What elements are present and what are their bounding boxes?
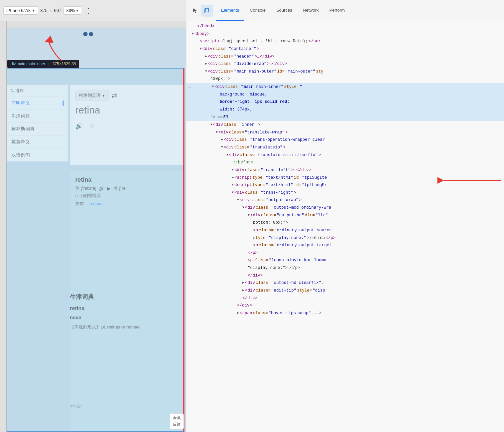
code-line-inner[interactable]: ▼ <div class="inner" > [186, 121, 504, 129]
red-arrow-up [37, 34, 70, 64]
zoom-dropdown-icon: ▼ [76, 9, 79, 12]
code-line-output-bd[interactable]: ▼ <div class="output-bd" dir="ltr" [186, 212, 504, 219]
code-line-div-close-1: </div> [186, 272, 504, 280]
code-line-translate-wrap[interactable]: ▼ <div class="translate-wrap" > [186, 129, 504, 136]
toolbar-more-icon[interactable]: ⋮ [84, 7, 93, 15]
code-line-script-tpl1[interactable]: ▶ <script type="text/html" id="tplSugIte [186, 174, 504, 182]
app-logo-dots [83, 32, 93, 36]
code-line-div-close-2: </div> [186, 295, 504, 302]
code-line-edit-tip[interactable]: ▶ <div class="edit-tip" style="disp [186, 287, 504, 295]
code-line-p-source: <p class="ordinary-output source [186, 227, 504, 234]
code-line-trans-left[interactable]: ▶ <div class="trans-left" >…</div> [186, 166, 504, 174]
code-line-mainouter[interactable]: ▼ <div class="main main-outer" id="main-… [186, 68, 504, 76]
code-line-divide[interactable]: ▶ <div class="divide-wrap" >…</div> [186, 60, 504, 68]
tab-sources[interactable]: Sources [271, 0, 298, 21]
height-value: 667 [54, 8, 61, 13]
code-line-output-wrap[interactable]: ▼ <div class="output-wrap" > [186, 196, 504, 204]
zoom-label: 86% [66, 8, 75, 13]
code-line-mainouter-cont: 430px;"> [186, 75, 504, 83]
code-line-script: <script> alog('speed.set', 'ht', +new Da… [186, 38, 504, 45]
devtools-code-panel: </head> ▼ <body> <script> alog('speed.se… [186, 21, 504, 432]
code-line-trans-right[interactable]: ▼ <div class="trans-right" > [186, 189, 504, 197]
code-line-body[interactable]: ▼ <body> [186, 30, 504, 38]
code-line-head-close: </head> [186, 23, 504, 30]
code-line-output-hd[interactable]: ▶ <div class="output-hd clearfix" … [186, 279, 504, 287]
code-block-highlighted[interactable]: … ▼ <div class="main main-inner" style="… [186, 83, 504, 121]
device-dropdown-icon: ▼ [32, 9, 35, 12]
tab-network[interactable]: Network [298, 0, 324, 21]
code-line-trans-op[interactable]: ▶ <div class="trans-operation-wrapper cl… [186, 136, 504, 144]
zoom-selector[interactable]: 86% ▼ [63, 6, 82, 15]
code-line-translate-main[interactable]: ▼ <div class="translate-main clearfix" > [186, 151, 504, 159]
code-line-header[interactable]: ▶ <div class="header" >…</div> [186, 53, 504, 61]
code-line-p-close: </p> [186, 249, 504, 257]
code-line-div-close-3: </div> [186, 302, 504, 310]
device-selector[interactable]: iPhone 6/7/8 ▼ [3, 6, 38, 15]
code-line-output-bd-cont: bottom: 0px;"> [186, 219, 504, 227]
mobile-preview-panel: div.main.main-inner | 375×1829.88 检测到英语 … [0, 21, 186, 432]
code-line-p-source-style: style="display:none;">retina</p> [186, 234, 504, 242]
tab-elements[interactable]: Elements [216, 0, 244, 21]
ruler-horizontal [7, 21, 186, 28]
code-line-container[interactable]: ▼ <div class="container" > [186, 45, 504, 53]
cursor-icon-btn[interactable] [189, 5, 201, 17]
device-toggle-btn[interactable] [201, 5, 213, 17]
code-line-span-hover[interactable]: ▶ <span class="hover-tips-wrap" ...> [186, 310, 504, 317]
svg-rect-0 [205, 9, 208, 13]
code-line-script-tpl2[interactable]: ▶ <script type="text/html" id="tplLangPr [186, 181, 504, 189]
code-line-luoma-cont: "display:none;">…</p> [186, 264, 504, 272]
code-line-translateio[interactable]: ▼ <div class="translateio" > [186, 144, 504, 151]
feedback-btn[interactable]: 意见反馈 [170, 413, 184, 429]
tab-console[interactable]: Console [244, 0, 271, 21]
code-line-output-mod[interactable]: ▼ <div class="output-mod ordinary-wra [186, 204, 504, 212]
element-highlight-overlay [7, 68, 184, 432]
cross-separator: × [50, 8, 52, 13]
width-value: 375 [40, 8, 48, 13]
dots-expand[interactable]: … [189, 84, 191, 90]
ruler-vertical [0, 21, 7, 432]
tab-perform[interactable]: Perform [324, 0, 350, 21]
code-line-p-target: <p class="ordinary-output target [186, 242, 504, 249]
device-label: iPhone 6/7/8 [6, 8, 31, 13]
code-line-before: ::before [186, 159, 504, 166]
code-line-luoma: <p class="luoma-pinyin-kor luoma [186, 257, 504, 264]
